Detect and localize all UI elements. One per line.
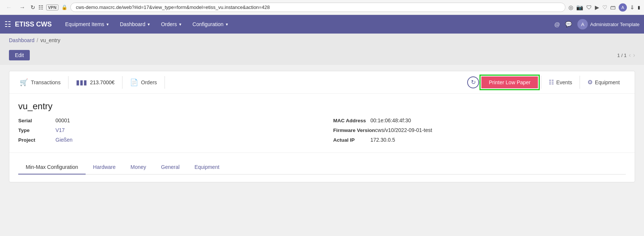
edit-button[interactable]: Edit	[9, 50, 30, 60]
equipment-label: Equipment	[595, 79, 620, 85]
type-field-row: Type V17	[18, 127, 311, 133]
tabs-list: Min-Max Configuration Hardware Money Gen…	[18, 160, 626, 174]
tab-min-max-label: Min-Max Configuration	[26, 164, 78, 170]
tab-hardware[interactable]: Hardware	[86, 160, 123, 174]
nav-configuration[interactable]: Configuration ▼	[188, 19, 233, 29]
project-field-row: Project Gießen	[18, 137, 311, 143]
project-value[interactable]: Gießen	[55, 137, 73, 143]
download-icon[interactable]: ⇓	[630, 4, 635, 11]
main-content: 🛒 Transactions ▮▮▮ 213.7000€ 📄 Orders ↻ …	[0, 65, 644, 188]
tab-general[interactable]: General	[154, 160, 187, 174]
printer-alert-container: ↻ Printer Low Paper	[464, 76, 541, 88]
transactions-label: Transactions	[31, 79, 61, 85]
firmware-field-row: Firmware Version cws/v10/2022-09-01-test	[333, 127, 626, 133]
prev-page-button[interactable]: ‹	[629, 52, 631, 59]
mac-label: MAC Address	[333, 117, 370, 123]
type-value[interactable]: V17	[55, 127, 65, 133]
mac-value: 00:1e:06:48:4f:30	[370, 117, 411, 123]
fields-left: Serial 00001 Type V17 Project Gießen	[18, 117, 311, 147]
user-menu[interactable]: A Administrator Template	[577, 19, 640, 29]
tab-hardware-label: Hardware	[93, 164, 116, 170]
nav-orders[interactable]: Orders ▼	[156, 19, 186, 29]
app-title: ETISS CWS	[15, 21, 52, 28]
user-avatar: A	[577, 19, 588, 29]
address-bar[interactable]	[70, 3, 565, 12]
right-tabs: ☷ Events ⚙ Equipment	[541, 76, 627, 89]
breadcrumb-separator: /	[37, 37, 38, 43]
orders-stat[interactable]: 📄 Orders	[122, 76, 165, 89]
gear-icon: ⚙	[587, 79, 593, 86]
firmware-label: Firmware Version	[333, 127, 375, 133]
next-page-button[interactable]: ›	[633, 52, 635, 59]
tabs-button[interactable]: ☷	[38, 4, 43, 11]
nav-configuration-label: Configuration	[192, 21, 223, 27]
battery-indicator: ▮	[638, 5, 640, 10]
back-button[interactable]: ←	[4, 3, 14, 12]
events-tab[interactable]: ☷ Events	[541, 76, 580, 89]
equipment-tab[interactable]: ⚙ Equipment	[580, 76, 627, 89]
user-name-label: Administrator Template	[590, 22, 640, 27]
at-icon[interactable]: @	[554, 21, 560, 28]
browser-user-avatar[interactable]: A	[619, 3, 627, 12]
bar-chart-icon: ▮▮▮	[76, 78, 87, 86]
mac-field-row: MAC Address 00:1e:06:48:4f:30	[333, 117, 626, 123]
fields-section: Serial 00001 Type V17 Project Gießen MAC…	[9, 117, 635, 147]
chat-icon[interactable]: 💬	[565, 21, 572, 28]
chevron-down-icon: ▼	[225, 22, 229, 26]
tab-equipment[interactable]: Equipment	[187, 160, 227, 174]
toolbar: Edit 1 / 1 ‹ ›	[0, 47, 644, 65]
form-card: 🛒 Transactions ▮▮▮ 213.7000€ 📄 Orders ↻ …	[9, 71, 635, 182]
stats-bar: 🛒 Transactions ▮▮▮ 213.7000€ 📄 Orders ↻ …	[9, 71, 635, 94]
firmware-value: cws/v10/2022-09-01-test	[375, 127, 432, 133]
chevron-down-icon: ▼	[147, 22, 150, 26]
lock-icon: 🔒	[61, 4, 67, 10]
serial-label: Serial	[18, 117, 55, 123]
events-icon: ☷	[549, 79, 554, 86]
reload-button[interactable]: ↻	[31, 4, 35, 11]
camera-icon[interactable]: 📷	[576, 4, 583, 11]
tab-money-label: Money	[131, 164, 146, 170]
extensions-icon[interactable]: ◎	[568, 4, 573, 11]
record-title: vu_entry	[9, 94, 635, 117]
events-label: Events	[556, 79, 572, 85]
fields-right: MAC Address 00:1e:06:48:4f:30 Firmware V…	[333, 117, 626, 147]
browser-chrome: ← → ↻ ☷ VPN 🔒 ◎ 📷 🛡 ▶ ♡ 🗃 A ⇓ ▮	[0, 0, 644, 15]
breadcrumb: Dashboard / vu_entry	[0, 34, 644, 47]
amount-stat[interactable]: ▮▮▮ 213.7000€	[68, 76, 122, 89]
security-icon[interactable]: 🛡	[586, 4, 592, 10]
app-navbar: ☷ ETISS CWS Equipment Items ▼ Dashboard …	[0, 15, 644, 34]
ip-field-row: Actual IP 172.30.0.5	[333, 137, 626, 143]
orders-label: Orders	[141, 79, 157, 85]
collections-icon[interactable]: 🗃	[610, 4, 616, 10]
forward-button[interactable]: →	[17, 3, 28, 12]
chevron-down-icon: ▼	[106, 22, 109, 26]
serial-field-row: Serial 00001	[18, 117, 311, 123]
breadcrumb-current: vu_entry	[40, 37, 60, 43]
printer-low-paper-button[interactable]: Printer Low Paper	[481, 76, 538, 88]
nav-dashboard-label: Dashboard	[120, 21, 146, 27]
nav-equipment-items-label: Equipment Items	[65, 21, 104, 27]
nav-orders-label: Orders	[161, 21, 177, 27]
refresh-button[interactable]: ↻	[467, 76, 479, 88]
nav-equipment-items[interactable]: Equipment Items ▼	[61, 19, 114, 29]
book-icon: 📄	[130, 78, 138, 86]
transactions-stat[interactable]: 🛒 Transactions	[17, 76, 68, 89]
play-icon[interactable]: ▶	[595, 4, 599, 11]
favorites-icon[interactable]: ♡	[602, 4, 607, 11]
pagination: 1 / 1 ‹ ›	[617, 52, 635, 59]
grid-menu-icon[interactable]: ☷	[4, 20, 11, 29]
ip-label: Actual IP	[333, 137, 370, 143]
tab-min-max-configuration[interactable]: Min-Max Configuration	[18, 160, 86, 174]
tab-money[interactable]: Money	[123, 160, 154, 174]
amount-value: 213.7000€	[90, 79, 115, 85]
ip-value: 172.30.0.5	[370, 137, 395, 143]
page-info: 1 / 1	[617, 53, 627, 58]
type-label: Type	[18, 127, 55, 133]
browser-actions: ◎ 📷 🛡 ▶ ♡ 🗃 A ⇓ ▮	[568, 3, 640, 12]
refresh-icon: ↻	[471, 79, 476, 86]
breadcrumb-parent-link[interactable]: Dashboard	[9, 37, 35, 43]
nav-right: @ 💬 A Administrator Template	[554, 19, 640, 29]
vpn-badge: VPN	[46, 4, 58, 10]
tab-equipment-label: Equipment	[194, 164, 219, 170]
nav-dashboard[interactable]: Dashboard ▼	[115, 19, 155, 29]
